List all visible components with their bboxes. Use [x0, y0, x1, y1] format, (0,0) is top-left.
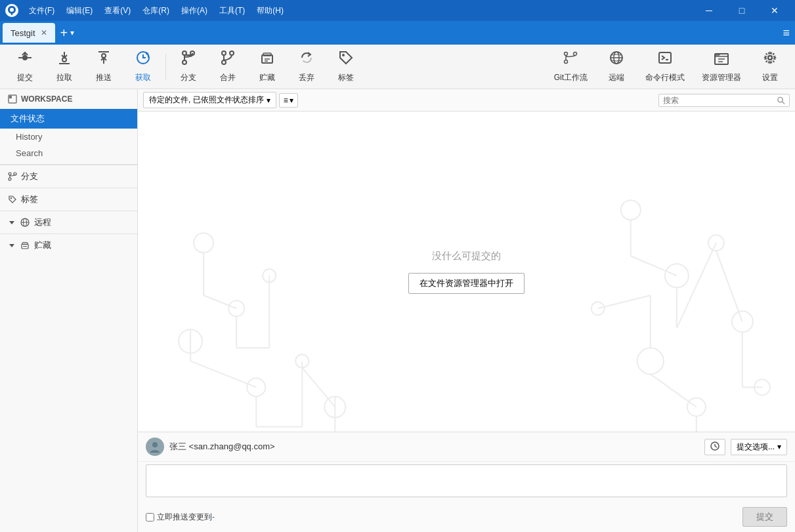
pull-label: 拉取 [56, 72, 72, 83]
push-icon [96, 50, 112, 70]
open-explorer-button[interactable]: 在文件资源管理器中打开 [408, 273, 525, 294]
hamburger-menu-icon[interactable]: ≡ [780, 24, 792, 42]
commit-options-arrow: ▾ [777, 442, 781, 451]
merge-icon [220, 50, 236, 70]
merge-button[interactable]: 合并 [208, 47, 247, 86]
commit-options-label: 提交选项... [737, 441, 775, 453]
sidebar-item-remotes[interactable]: 远程 [0, 211, 137, 234]
fetch-button[interactable]: 获取 [123, 47, 163, 86]
merge-label: 合并 [220, 72, 236, 83]
settings-button[interactable]: 设置 [750, 47, 790, 86]
svg-point-43 [9, 173, 11, 175]
sort-label: 待定的文件, 已依照文件状态排序 [149, 94, 264, 106]
svg-line-94 [598, 295, 651, 308]
sidebar-item-tags[interactable]: 标签 [0, 188, 137, 211]
discard-icon [299, 50, 314, 70]
close-button[interactable]: ✕ [760, 0, 790, 21]
commit-author-row: 张三 <san.zhang@qq.com> 提交选项... ▾ [138, 432, 795, 462]
stash-button[interactable]: 贮藏 [247, 47, 287, 86]
minimize-button[interactable]: ─ [694, 0, 724, 21]
search-input[interactable] [663, 96, 777, 105]
svg-rect-4 [28, 57, 32, 58]
stash-label: 贮藏 [259, 72, 275, 83]
svg-marker-52 [9, 244, 14, 247]
svg-point-47 [11, 197, 12, 199]
tab-close-button[interactable]: ✕ [41, 28, 47, 37]
svg-marker-48 [9, 221, 14, 224]
stashes-label: 贮藏 [34, 239, 51, 251]
svg-point-26 [342, 54, 345, 56]
file-status-label: 文件状态 [11, 113, 45, 123]
svg-point-80 [708, 235, 724, 251]
explorer-button[interactable]: 资源管理器 [694, 47, 749, 86]
toolbar-right: Git工作流 远端 命令行模式 [546, 47, 790, 86]
svg-rect-42 [9, 96, 12, 98]
list-icon: ≡ [284, 96, 288, 105]
svg-line-75 [302, 367, 335, 407]
svg-point-61 [179, 329, 202, 353]
explorer-icon [714, 50, 729, 70]
new-tab-button[interactable]: + [60, 26, 68, 39]
sidebar-item-search[interactable]: Search [0, 145, 137, 161]
menu-actions[interactable]: 操作(A) [176, 3, 213, 19]
terminal-label: 命令行模式 [645, 72, 685, 83]
svg-point-79 [665, 264, 689, 287]
branch-button[interactable]: 分支 [169, 47, 208, 86]
main-layout: WORKSPACE 文件状态 History Search 分支 [0, 89, 795, 532]
svg-point-14 [183, 60, 186, 64]
git-flow-button[interactable]: Git工作流 [546, 47, 595, 86]
list-view-button[interactable]: ≡ ▾ [279, 93, 298, 108]
explorer-label: 资源管理器 [702, 72, 741, 83]
commit-submit-button[interactable]: 提交 [742, 507, 787, 527]
terminal-button[interactable]: 命令行模式 [637, 47, 693, 86]
fetch-label: 获取 [135, 72, 151, 83]
remote-button[interactable]: 远端 [597, 47, 636, 86]
menu-repo[interactable]: 仓库(R) [137, 3, 175, 19]
tab-dropdown-button[interactable]: ▾ [70, 28, 74, 37]
pull-button[interactable]: 拉取 [45, 47, 84, 86]
maximize-button[interactable]: □ [727, 0, 757, 21]
sidebar-item-stashes[interactable]: 贮藏 [0, 234, 137, 256]
svg-line-57 [782, 101, 784, 104]
menu-file[interactable]: 文件(F) [24, 3, 60, 19]
push-on-commit-checkbox[interactable] [146, 513, 154, 522]
search-box [658, 94, 790, 107]
menu-help[interactable]: 帮助(H) [251, 3, 289, 19]
stash-sidebar-icon [20, 240, 30, 251]
tabbar: Testgit ✕ + ▾ ≡ [0, 21, 795, 45]
commit-button[interactable]: 提交 [5, 47, 45, 86]
svg-point-83 [687, 398, 706, 416]
menu-tools[interactable]: 工具(T) [214, 3, 250, 19]
commit-area: 张三 <san.zhang@qq.com> 提交选项... ▾ [138, 432, 795, 532]
terminal-icon [657, 50, 673, 70]
push-button[interactable]: 推送 [84, 47, 123, 86]
author-name: 张三 <san.zhang@qq.com> [169, 441, 699, 453]
tag-button[interactable]: 标签 [326, 47, 366, 86]
commit-options-button[interactable]: 提交选项... ▾ [731, 439, 787, 455]
svg-line-101 [715, 446, 717, 447]
commit-message-area [138, 462, 795, 504]
workspace-label: WORKSPACE [21, 94, 72, 104]
sidebar-item-history[interactable]: History [0, 129, 137, 145]
commit-message-input[interactable] [146, 464, 787, 497]
svg-point-63 [295, 354, 309, 367]
svg-point-59 [228, 300, 244, 316]
svg-point-85 [591, 302, 605, 315]
menu-view[interactable]: 查看(V) [99, 3, 136, 19]
content-area: 待定的文件, 已依照文件状态排序 ▾ ≡ ▾ [138, 89, 795, 532]
svg-rect-54 [22, 243, 28, 245]
discard-button[interactable]: 丢弃 [287, 47, 326, 86]
push-target-link[interactable]: - [212, 512, 215, 522]
push-on-commit-label: 立即推送变更到 [146, 512, 212, 523]
stash-icon [259, 50, 275, 70]
view-dropdown-arrow: ▾ [290, 96, 293, 105]
recent-authors-button[interactable] [704, 439, 725, 455]
sort-dropdown[interactable]: 待定的文件, 已依照文件状态排序 ▾ [143, 92, 276, 108]
sidebar-item-branches[interactable]: 分支 [0, 165, 137, 188]
tabbar-right: ≡ [780, 26, 792, 40]
tag-icon [338, 50, 354, 70]
menu-edit[interactable]: 编辑(E) [61, 3, 98, 19]
sidebar-item-file-status[interactable]: 文件状态 [0, 109, 137, 129]
svg-point-19 [222, 60, 226, 64]
tab-testgit[interactable]: Testgit ✕ [3, 23, 55, 43]
